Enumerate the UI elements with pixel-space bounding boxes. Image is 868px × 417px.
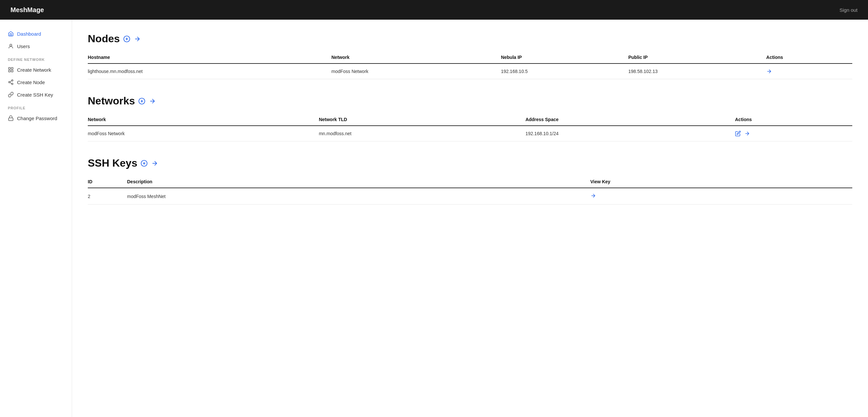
node-network: modFoss Network [332,64,501,79]
node-actions [766,64,852,79]
nodes-section: Nodes Hostname Network N [88,33,852,79]
person-icon [8,43,14,49]
sidebar-item-dashboard-label: Dashboard [17,31,41,37]
grid-icon [8,67,14,73]
network-actions [735,126,852,141]
nodes-title: Nodes [88,33,120,45]
sidebar-item-change-password[interactable]: Change Password [0,112,72,124]
nodes-add-button[interactable] [123,35,130,42]
table-row: lighthouse.mn.modfoss.net modFoss Networ… [88,64,852,79]
house-icon [8,31,14,37]
networks-col-address-space: Address Space [525,114,735,126]
network-address-space: 192.168.10.1/24 [525,126,735,141]
ssh-key-view-button[interactable] [590,193,596,199]
svg-line-9 [10,81,11,82]
ssh-keys-add-button[interactable] [141,160,148,167]
nodes-section-header: Nodes [88,33,852,45]
link-icon [8,92,14,98]
lock-icon [8,115,14,121]
networks-section-header: Networks [88,95,852,107]
topbar: MeshMage Sign out [0,0,868,20]
node-hostname: lighthouse.mn.modfoss.net [88,64,332,79]
nodes-table: Hostname Network Nebula IP Public IP Act… [88,52,852,79]
svg-rect-1 [8,67,10,69]
network-view-button[interactable] [744,131,750,136]
network-name: modFoss Network [88,126,319,141]
network-tld: mn.modfoss.net [319,126,525,141]
network-edit-button[interactable] [735,131,741,136]
nodes-view-all-button[interactable] [134,35,141,42]
networks-col-actions: Actions [735,114,852,126]
ssh-key-description: modFoss MeshNet [127,188,590,204]
svg-line-8 [10,83,11,84]
sidebar-item-create-ssh-key[interactable]: Create SSH Key [0,88,72,101]
sidebar-item-dashboard[interactable]: Dashboard [0,28,72,40]
sidebar-item-create-network[interactable]: Create Network [0,64,72,76]
nodes-col-hostname: Hostname [88,52,332,64]
sidebar-item-users-label: Users [17,43,30,49]
nodes-col-nebula-ip: Nebula IP [501,52,628,64]
networks-view-all-button[interactable] [149,98,156,105]
svg-rect-4 [11,70,13,72]
networks-col-tld: Network TLD [319,114,525,126]
ssh-keys-title: SSH Keys [88,157,137,169]
node-public-ip: 198.58.102.13 [628,64,766,79]
sidebar-item-create-ssh-key-label: Create SSH Key [17,92,53,98]
sidebar-item-create-network-label: Create Network [17,67,51,73]
sidebar-item-change-password-label: Change Password [17,116,57,121]
sidebar-item-users[interactable]: Users [0,40,72,52]
nodes-col-actions: Actions [766,52,852,64]
sidebar-item-create-node-label: Create Node [17,79,45,85]
networks-add-button[interactable] [138,98,146,105]
ssh-key-view [590,188,852,204]
networks-title: Networks [88,95,135,107]
networks-section: Networks Network Network TLD [88,95,852,141]
main-content: Nodes Hostname Network N [72,20,868,417]
ssh-keys-table: ID Description View Key 2 modFoss MeshNe… [88,176,852,204]
sidebar: Dashboard Users DEFINE NETWORK Create Ne… [0,20,72,417]
svg-rect-10 [8,118,13,121]
networks-table: Network Network TLD Address Space Action… [88,114,852,141]
networks-col-network: Network [88,114,319,126]
ssh-keys-col-description: Description [127,176,590,188]
node-nebula-ip: 192.168.10.5 [501,64,628,79]
sidebar-item-create-node[interactable]: Create Node [0,76,72,88]
ssh-keys-section-header: SSH Keys [88,157,852,169]
sidebar-section-profile: PROFILE [0,101,72,112]
ssh-keys-section: SSH Keys ID Description [88,157,852,204]
signout-button[interactable]: Sign out [839,7,858,13]
ssh-key-id: 2 [88,188,127,204]
nodes-col-network: Network [332,52,501,64]
app-logo: MeshMage [10,6,44,14]
table-row: modFoss Network mn.modfoss.net 192.168.1… [88,126,852,141]
ssh-keys-col-id: ID [88,176,127,188]
ssh-keys-view-all-button[interactable] [151,160,158,167]
nodes-col-public-ip: Public IP [628,52,766,64]
ssh-keys-col-view-key: View Key [590,176,852,188]
table-row: 2 modFoss MeshNet [88,188,852,204]
sidebar-section-define-network: DEFINE NETWORK [0,52,72,64]
node-view-button[interactable] [766,68,772,74]
svg-rect-3 [8,70,10,72]
svg-point-0 [10,44,12,46]
share-icon [8,79,14,85]
svg-rect-2 [11,67,13,69]
